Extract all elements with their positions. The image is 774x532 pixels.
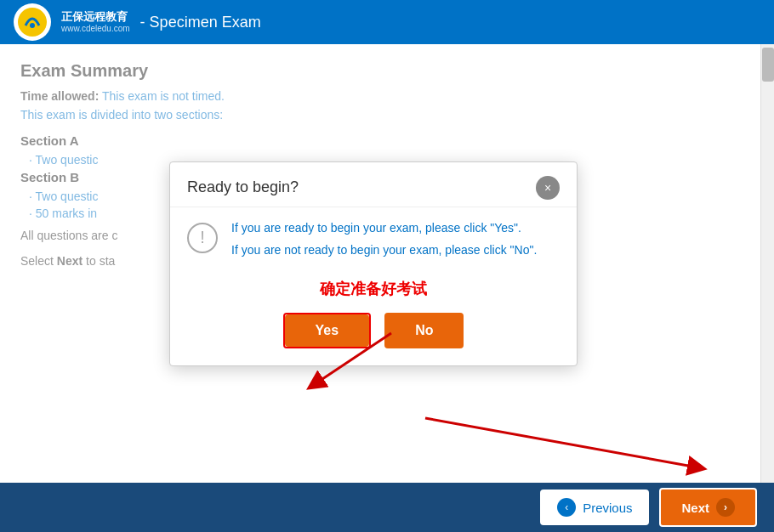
- next-chevron-icon: ›: [716, 498, 735, 517]
- modal-title: Ready to begin?: [187, 178, 299, 196]
- previous-chevron-icon: ‹: [557, 498, 576, 517]
- annotation-text: 确定准备好考试: [187, 279, 560, 299]
- no-button[interactable]: No: [384, 313, 464, 348]
- warning-icon: !: [187, 223, 218, 253]
- modal-close-button[interactable]: ×: [536, 176, 560, 200]
- content-area: Exam Summary Time allowed: This exam is …: [0, 44, 760, 483]
- next-button[interactable]: Next ›: [659, 488, 757, 527]
- header-title: - Specimen Exam: [140, 14, 261, 31]
- main-wrapper: Exam Summary Time allowed: This exam is …: [0, 44, 774, 483]
- modal-header: Ready to begin? ×: [170, 162, 577, 207]
- logo-icon: [17, 7, 48, 37]
- logo-text: 正保远程教育 www.cdeledu.com: [61, 11, 130, 32]
- modal-box: Ready to begin? × ! If you are ready to …: [169, 161, 578, 366]
- footer: ‹ Previous Next ›: [0, 483, 774, 532]
- svg-point-0: [18, 8, 47, 37]
- logo-cn-text: 正保远程教育: [61, 11, 130, 23]
- modal-text-line-2: If you are not ready to begin your exam,…: [231, 243, 560, 257]
- svg-point-1: [30, 23, 35, 28]
- yes-button[interactable]: Yes: [285, 314, 370, 347]
- modal-footer: Yes No: [170, 303, 577, 365]
- scrollbar-track[interactable]: [760, 44, 774, 483]
- modal-overlay: Ready to begin? × ! If you are ready to …: [0, 44, 747, 483]
- previous-button[interactable]: ‹ Previous: [540, 490, 649, 525]
- modal-text-line-1: If you are ready to begin your exam, ple…: [231, 221, 560, 235]
- modal-text-block: If you are ready to begin your exam, ple…: [231, 221, 560, 265]
- scrollbar-thumb[interactable]: [762, 48, 774, 82]
- modal-body: ! If you are ready to begin your exam, p…: [170, 207, 577, 279]
- header: 正保远程教育 www.cdeledu.com - Specimen Exam: [0, 0, 774, 44]
- logo-url-text: www.cdeledu.com: [61, 24, 130, 33]
- logo: [14, 3, 51, 41]
- yes-button-wrapper: Yes: [283, 313, 372, 348]
